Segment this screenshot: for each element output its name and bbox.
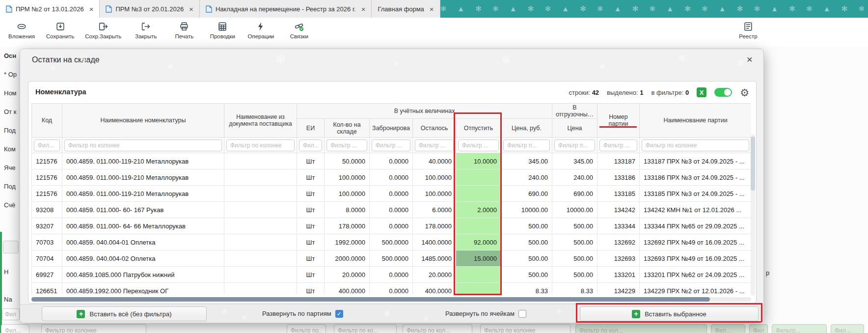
filter-ship_price-input[interactable] (554, 139, 595, 151)
cell-batch_no[interactable]: 133187 (597, 153, 640, 169)
scrollbar-thumb[interactable] (751, 137, 755, 191)
table-row[interactable]: 69927000.4859.1085.000 Патрубок нижнийШт… (32, 267, 752, 283)
cell-batch_no[interactable]: 133201 (597, 267, 640, 283)
cell-name[interactable]: 000.4859. 040.004-01 Оплетка (62, 234, 224, 250)
expand-batches-checkbox[interactable]: Развернуть по партиям ✓ (262, 310, 343, 318)
col-header-batch_no[interactable]: Номер партии (597, 104, 640, 138)
col-header-price[interactable]: Цена, руб. (501, 119, 552, 138)
table-row[interactable]: 70703000.4859. 040.004-01 ОплеткаШт1992.… (32, 234, 752, 250)
background-filter-input[interactable] (41, 324, 146, 333)
cell-code[interactable]: 121576 (32, 153, 62, 169)
cell-ship_price[interactable]: 240.00 (552, 169, 597, 186)
cell-supplier[interactable] (224, 250, 297, 267)
cell-code[interactable]: 93207 (32, 218, 62, 234)
cell-batch_name[interactable]: 132692 ПРХ №49 от 16.09.2025 ... (640, 234, 751, 250)
col-header-release[interactable]: Отпустить (456, 119, 501, 138)
tab-1[interactable]: ПРМ №2 от 13.01.2026× (0, 0, 100, 18)
cell-supplier[interactable] (224, 234, 297, 250)
cell-batch_name[interactable]: 134242 КМН №1 от 12.01.2026 ... (640, 202, 751, 218)
cell-qty[interactable]: 100.0000 (325, 169, 370, 186)
cell-reserved[interactable]: 0.0000 (370, 202, 413, 218)
cell-reserved[interactable]: 0.0000 (370, 169, 413, 186)
cell-price[interactable]: 500.00 (501, 267, 552, 283)
cell-name[interactable]: 000.4859. 011.000-119-210 Металлорукав (62, 186, 224, 202)
cell-price[interactable]: 8.33 (501, 283, 552, 295)
cell-unit[interactable]: Шт (297, 202, 325, 218)
table-row[interactable]: 121576000.4859. 011.000-119-210 Металлор… (32, 186, 752, 202)
col-header-supplier[interactable]: Наименование из документа поставщика (224, 104, 297, 138)
toolbar-close-button[interactable]: Закрыть (132, 21, 160, 39)
cell-unit[interactable]: Шт (297, 153, 325, 169)
cell-batch_name[interactable]: 134229 ПРХ №2 от 12.01.2026 - ... (640, 283, 751, 295)
background-filter-input[interactable] (480, 324, 570, 333)
cell-code[interactable]: 69927 (32, 267, 62, 283)
cell-supplier[interactable] (224, 267, 297, 283)
cell-reserved[interactable]: 0.0000 (370, 283, 413, 295)
cell-name[interactable]: 000.4859.1085.000 Патрубок нижний (62, 267, 224, 283)
tab-close-icon[interactable]: × (89, 5, 94, 13)
dialog-close-button[interactable]: × (747, 54, 753, 64)
filter-release-input[interactable] (458, 139, 499, 151)
tab-close-icon[interactable]: × (361, 5, 366, 13)
cell-left[interactable]: 40.0000 (413, 153, 456, 169)
tab-2[interactable]: ПРМ №3 от 20.01.2026× (100, 0, 199, 18)
cell-batch_name[interactable]: 133187 ПРХ №3 от 24.09.2025 - ... (640, 153, 751, 169)
cell-price[interactable]: 10000.00 (501, 202, 552, 218)
col-header-name[interactable]: Наименование номенклатуры (62, 104, 224, 138)
excel-export-icon[interactable]: X (697, 87, 706, 97)
gear-icon[interactable]: ⚙ (740, 87, 749, 98)
filter-name-input[interactable] (64, 139, 222, 151)
cell-supplier[interactable] (224, 283, 297, 295)
cell-reserved[interactable]: 500.0000 (370, 234, 413, 250)
col-header-left[interactable]: Осталось (413, 119, 456, 138)
cell-price[interactable]: 345.00 (501, 153, 552, 169)
cell-batch_no[interactable]: 133344 (597, 218, 640, 234)
cell-reserved[interactable]: 0.0000 (370, 153, 413, 169)
cell-qty[interactable]: 178.0000 (325, 218, 370, 234)
background-filter-input[interactable] (772, 324, 827, 333)
cell-release[interactable] (456, 169, 501, 186)
cell-name[interactable]: 000.4859. 011.000- 64- 66 Металлорукав (62, 218, 224, 234)
cell-unit[interactable]: Шт (297, 218, 325, 234)
filter-qty-input[interactable] (326, 139, 367, 151)
table-row[interactable]: 121576000.4859. 011.000-119-210 Металлор… (32, 153, 752, 169)
cell-left[interactable]: 6.0000 (413, 202, 456, 218)
col-header-unit[interactable]: ЕИ (297, 119, 325, 138)
cell-code[interactable]: 126651 (32, 283, 62, 295)
cell-batch_no[interactable]: 133186 (597, 169, 640, 186)
cell-qty[interactable]: 100.0000 (325, 186, 370, 202)
cell-name[interactable]: 000.4859. 011.000-119-210 Металлорукав (62, 169, 224, 186)
cell-unit[interactable]: Шт (297, 250, 325, 267)
cell-unit[interactable]: Шт (297, 169, 325, 186)
cell-batch_no[interactable]: 132692 (597, 234, 640, 250)
cell-release[interactable]: 15.0000 (456, 250, 501, 267)
col-header-reserved[interactable]: Забронирова (370, 119, 413, 138)
cell-code[interactable]: 121576 (32, 186, 62, 202)
filter-reserved-input[interactable] (372, 139, 410, 151)
tab-3[interactable]: Накладная на перемещение - Реестр за 202… (200, 0, 372, 18)
filter-supplier-input[interactable] (226, 139, 295, 151)
col-header-qty[interactable]: Кол-во на складе (325, 119, 370, 138)
filter-batch_no-input[interactable] (599, 139, 637, 151)
cell-supplier[interactable] (224, 202, 297, 218)
tab-close-icon[interactable]: × (430, 5, 434, 13)
vertical-scrollbar[interactable] (751, 135, 755, 296)
toolbar-clipped-button[interactable]: О (858, 21, 868, 39)
filter-left-input[interactable] (415, 139, 454, 151)
cell-reserved[interactable]: 0.0000 (370, 186, 413, 202)
tab-close-icon[interactable]: × (189, 5, 193, 13)
cell-supplier[interactable] (224, 169, 297, 186)
cell-unit[interactable]: Шт (297, 283, 325, 295)
cell-release[interactable] (456, 267, 501, 283)
cell-price[interactable]: 690.00 (501, 186, 552, 202)
background-filter-input[interactable] (403, 324, 472, 333)
col-header-code[interactable]: Код (32, 104, 62, 138)
table-row[interactable]: 126651000.4859.1992.000 Переходник ОГШт4… (32, 283, 752, 295)
cell-name[interactable]: 000.4859. 040.004-02 Оплетка (62, 250, 224, 267)
cell-batch_no[interactable]: 132693 (597, 250, 640, 267)
table-row[interactable]: 121576000.4859. 011.000-119-210 Металлор… (32, 169, 752, 186)
background-filter-input[interactable] (287, 324, 326, 333)
cell-ship_price[interactable]: 500.00 (552, 234, 597, 250)
cell-code[interactable]: 70703 (32, 234, 62, 250)
cell-reserved[interactable]: 0.0000 (370, 267, 413, 283)
